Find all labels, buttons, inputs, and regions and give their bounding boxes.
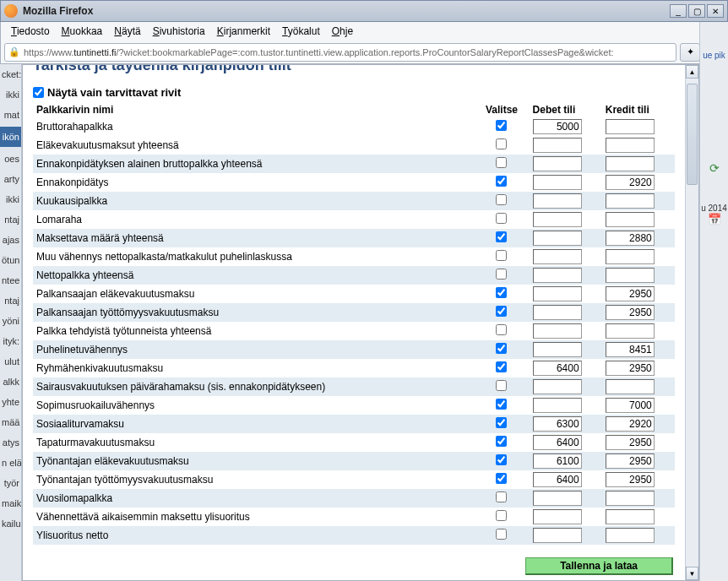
row-select-checkbox[interactable] [496,287,507,298]
credit-input[interactable] [606,156,655,171]
save-and-download-button[interactable]: Tallenna ja lataa [525,557,673,575]
row-name: Muu vähennys nettopalkasta/matkakulut pu… [33,247,474,266]
menu-item-tiedosto[interactable]: Tiedosto [6,24,55,39]
row-select-checkbox[interactable] [496,473,507,484]
debit-input[interactable] [533,361,582,376]
debit-input[interactable] [533,323,582,339]
debit-input[interactable] [533,342,582,357]
row-select-checkbox[interactable] [496,306,507,317]
debit-input[interactable] [533,509,582,524]
debit-input[interactable] [533,175,582,190]
credit-input[interactable] [606,305,655,320]
table-row: Sairausvakuutuksen päivärahamaksu (sis. … [33,377,675,396]
credit-input[interactable] [606,509,655,524]
debit-input[interactable] [533,472,582,487]
minimize-button[interactable]: _ [670,4,687,18]
vertical-scrollbar[interactable]: ▲ ▼ [685,65,698,580]
credit-input[interactable] [606,323,655,339]
row-select-checkbox[interactable] [496,361,507,372]
row-select-checkbox[interactable] [496,343,507,354]
debit-input[interactable] [533,398,582,413]
left-fragment: maik [0,493,21,513]
menu-item-muokkaa[interactable]: Muokkaa [57,24,108,39]
row-select-checkbox[interactable] [496,380,507,391]
debit-input[interactable] [533,435,582,450]
row-select-checkbox[interactable] [496,436,507,447]
row-select-checkbox[interactable] [496,194,507,205]
credit-input[interactable] [606,286,655,301]
credit-input[interactable] [606,138,655,153]
menu-item-ohje[interactable]: Ohje [327,24,358,39]
row-select-checkbox[interactable] [496,417,507,428]
debit-input[interactable] [533,453,582,469]
debit-input[interactable] [533,138,582,153]
credit-input[interactable] [606,398,655,413]
row-select-checkbox[interactable] [496,120,507,131]
row-select-checkbox[interactable] [496,324,507,335]
credit-input[interactable] [606,379,655,394]
row-select-checkbox[interactable] [496,510,507,521]
credit-input[interactable] [606,342,655,357]
row-select-checkbox[interactable] [496,176,507,187]
debit-input[interactable] [533,193,582,209]
credit-input[interactable] [606,472,655,487]
row-select-checkbox[interactable] [496,491,507,502]
credit-input[interactable] [606,491,655,506]
debit-input[interactable] [533,416,582,432]
row-select-checkbox[interactable] [496,529,507,540]
debit-input[interactable] [533,491,582,506]
table-row: Palkansaajan työttömyysvakuutusmaksu [33,303,675,322]
debit-input[interactable] [533,528,582,543]
debit-input[interactable] [533,286,582,301]
scroll-up-arrow[interactable]: ▲ [686,65,698,79]
table-row: Kuukausipalkka [33,192,675,210]
filter-label[interactable]: Näytä vain tarvittavat rivit [47,86,181,99]
row-select-checkbox[interactable] [496,399,507,410]
credit-input[interactable] [606,119,655,134]
credit-input[interactable] [606,435,655,450]
credit-input[interactable] [606,231,655,246]
row-name: Ryhmähenkivakuutusmaksu [33,359,474,377]
row-select-checkbox[interactable] [496,454,507,465]
menu-item-työkalut[interactable]: Työkalut [277,24,325,39]
credit-input[interactable] [606,268,655,283]
scroll-thumb[interactable] [687,84,698,185]
menu-item-kirjanmerkit[interactable]: Kirjanmerkit [212,24,275,39]
credit-input[interactable] [606,416,655,432]
row-select-checkbox[interactable] [496,213,507,224]
row-name: Nettopalkka yhteensä [33,266,474,285]
url-input[interactable]: 🔒 https://www.tuntinetti.fi/?wicket:book… [4,43,676,62]
table-row: Sopimusruokailuvähennys [33,396,675,415]
debit-input[interactable] [533,231,582,246]
debit-input[interactable] [533,305,582,320]
debit-input[interactable] [533,249,582,264]
restore-button[interactable]: ▢ [688,4,705,18]
menu-item-sivuhistoria[interactable]: Sivuhistoria [148,24,210,39]
credit-input[interactable] [606,175,655,190]
debit-input[interactable] [533,212,582,227]
debit-input[interactable] [533,156,582,171]
left-fragment: yöni [0,311,21,331]
row-select-checkbox[interactable] [496,138,507,149]
filter-checkbox[interactable] [33,87,44,98]
credit-input[interactable] [606,528,655,543]
credit-input[interactable] [606,361,655,376]
scroll-down-arrow[interactable]: ▼ [686,567,698,580]
row-name: Sosiaaliturvamaksu [33,415,474,433]
row-select-checkbox[interactable] [496,157,507,168]
debit-input[interactable] [533,119,582,134]
row-name: Vuosilomapalkka [33,489,474,508]
pocket-button[interactable]: ✦ [680,43,700,62]
row-select-checkbox[interactable] [496,231,507,242]
close-button[interactable]: ✕ [707,4,724,18]
debit-input[interactable] [533,268,582,283]
row-select-checkbox[interactable] [496,250,507,261]
menu-item-näytä[interactable]: Näytä [109,24,145,39]
credit-input[interactable] [606,249,655,264]
credit-input[interactable] [606,193,655,209]
credit-input[interactable] [606,212,655,227]
row-select-checkbox[interactable] [496,269,507,280]
row-name: Eläkevakuutusmaksut yhteensä [33,136,474,155]
debit-input[interactable] [533,379,582,394]
credit-input[interactable] [606,453,655,469]
